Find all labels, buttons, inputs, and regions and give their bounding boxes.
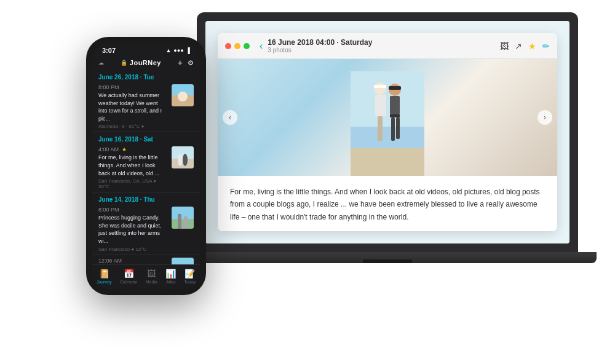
photo-next-button[interactable]: ›: [538, 110, 552, 125]
journey-nav-icon: 📔: [99, 269, 109, 279]
app-title: JouRNey: [130, 59, 161, 66]
calendar-nav-label: Calendar: [120, 280, 137, 284]
today-nav-icon: 📝: [184, 269, 195, 279]
photo-prev-button[interactable]: ‹: [223, 110, 237, 125]
entry-text-3: 8:00 PM Princess hugging Candy. She was …: [98, 207, 168, 251]
svg-point-15: [178, 92, 188, 101]
entry-content-3: Princess hugging Candy. She was docile a…: [98, 214, 168, 245]
svg-rect-12: [396, 117, 400, 139]
phone: 3:07 ▲ ●●● ▐ ☁ 🔒 JouRNey: [86, 37, 206, 295]
lock-icon: 🔒: [121, 60, 127, 66]
scene: ‹ 16 June 2018 04:00 · Saturday 3 photos…: [0, 0, 615, 364]
edit-icon[interactable]: ✏: [542, 41, 550, 51]
phone-nav-left: ☁: [98, 60, 104, 66]
photo-icon[interactable]: 🖼: [500, 41, 509, 51]
list-item[interactable]: 12:06 AM We visited San Francisco last y…: [92, 255, 200, 264]
date-info: 16 June 2018 04:00 · Saturday 3 photos: [268, 38, 495, 53]
svg-rect-5: [375, 95, 386, 116]
svg-point-18: [178, 154, 183, 166]
phone-nav-right: + ⚙: [178, 58, 194, 68]
laptop-base: [178, 252, 597, 263]
laptop-body: ‹ 16 June 2018 04:00 · Saturday 3 photos…: [197, 12, 578, 252]
svg-rect-22: [178, 214, 181, 229]
svg-rect-21: [172, 219, 194, 229]
svg-rect-4: [374, 85, 386, 88]
calendar-nav-icon: 📅: [124, 269, 134, 279]
media-nav-label: Media: [146, 280, 157, 284]
svg-rect-11: [391, 117, 395, 141]
entry-image-1: [172, 84, 194, 106]
laptop-screen: ‹ 16 June 2018 04:00 · Saturday 3 photos…: [205, 21, 569, 243]
nav-today[interactable]: 📝 Today: [184, 269, 196, 284]
svg-point-3: [374, 82, 386, 95]
settings-button[interactable]: ⚙: [188, 59, 194, 67]
entry-image-2: [172, 146, 194, 168]
entry-time-4: 12:06 AM: [98, 258, 168, 264]
photos-count: 3 photos: [268, 47, 495, 53]
phone-list: June 26, 2018 · Tue 8:00 PM We actually …: [92, 70, 200, 264]
list-item[interactable]: 4:00 AM ★ For me, living is the little t…: [92, 144, 200, 192]
entry-meta-2: San Francisco, CA, USA ● 30°C: [98, 178, 168, 189]
minimize-button[interactable]: [234, 43, 240, 49]
svg-point-19: [183, 154, 188, 166]
entry-content-2: For me, living is the little things. And…: [98, 154, 168, 177]
status-time: 3:07: [102, 47, 116, 54]
date-header-3: June 14, 2018 · Thu: [92, 192, 200, 204]
back-button[interactable]: ‹: [260, 41, 263, 52]
nav-calendar[interactable]: 📅 Calendar: [120, 269, 137, 284]
entry-text-area: For me, living is the little things. And…: [218, 176, 557, 231]
svg-rect-9: [390, 96, 400, 114]
svg-rect-17: [172, 159, 194, 168]
nav-atlas[interactable]: 📊 Atlas: [165, 269, 176, 284]
maximize-button[interactable]: [244, 43, 250, 49]
nav-journey[interactable]: 📔 Journey: [97, 269, 112, 284]
status-icons: ▲ ●●● ▐: [165, 47, 190, 53]
journal-window: ‹ 16 June 2018 04:00 · Saturday 3 photos…: [218, 33, 557, 231]
svg-rect-0: [351, 145, 424, 176]
svg-rect-16: [172, 146, 194, 159]
list-item[interactable]: 8:00 PM Princess hugging Candy. She was …: [92, 204, 200, 255]
star-icon[interactable]: ★: [528, 41, 536, 51]
entry-meta-1: Alameda · 9 · 91°C ●: [98, 124, 168, 129]
atlas-nav-label: Atlas: [166, 280, 176, 284]
svg-rect-24: [172, 258, 194, 264]
entry-image-4: [172, 258, 194, 264]
svg-rect-23: [184, 216, 188, 229]
share-icon[interactable]: ↗: [515, 41, 522, 51]
window-nav: ‹ 16 June 2018 04:00 · Saturday 3 photos…: [255, 38, 550, 53]
media-nav-icon: 🖼: [147, 269, 156, 279]
list-item[interactable]: 8:00 PM We actually had summer weather t…: [92, 82, 200, 132]
entry-time-3: 8:00 PM: [98, 207, 168, 213]
svg-rect-8: [389, 86, 401, 90]
phone-nav: ☁ 🔒 JouRNey + ⚙: [92, 55, 200, 70]
svg-rect-6: [378, 116, 383, 141]
entry-text: For me, living is the little things. And…: [230, 186, 545, 223]
svg-rect-2: [351, 127, 424, 148]
close-button[interactable]: [225, 43, 231, 49]
entry-date: 16 June 2018 04:00 · Saturday: [268, 38, 495, 47]
window-titlebar: ‹ 16 June 2018 04:00 · Saturday 3 photos…: [218, 33, 557, 59]
phone-screen: 3:07 ▲ ●●● ▐ ☁ 🔒 JouRNey: [92, 43, 200, 289]
cloud-icon: ☁: [98, 60, 104, 66]
couple-photo: [351, 71, 424, 176]
entry-image-3: [172, 207, 194, 229]
date-header-1: June 26, 2018 · Tue: [92, 70, 200, 82]
wifi-icon: ▲: [165, 47, 171, 53]
date-header-2: June 16, 2018 · Sat: [92, 132, 200, 144]
battery-icon: ▐: [186, 47, 190, 53]
nav-media[interactable]: 🖼 Media: [146, 269, 157, 284]
entry-time-1: 8:00 PM: [98, 84, 168, 90]
entry-content-1: We actually had summer weather today! We…: [98, 92, 168, 122]
entry-text-1: 8:00 PM We actually had summer weather t…: [98, 84, 168, 129]
journey-nav-label: Journey: [97, 280, 112, 284]
svg-rect-20: [172, 207, 194, 219]
phone-body: 3:07 ▲ ●●● ▐ ☁ 🔒 JouRNey: [86, 37, 206, 295]
laptop: ‹ 16 June 2018 04:00 · Saturday 3 photos…: [197, 12, 578, 271]
phone-bottom-nav: 📔 Journey 📅 Calendar 🖼 Media 📊 Atlas: [92, 264, 200, 289]
entry-text-4: 12:06 AM We visited San Francisco last y…: [98, 258, 168, 264]
photo-area: ‹ ›: [218, 59, 557, 176]
phone-statusbar: 3:07 ▲ ●●● ▐: [92, 43, 200, 55]
add-button[interactable]: +: [178, 58, 183, 68]
entry-text-2: 4:00 AM ★ For me, living is the little t…: [98, 146, 168, 189]
signal-icon: ●●●: [173, 47, 183, 53]
